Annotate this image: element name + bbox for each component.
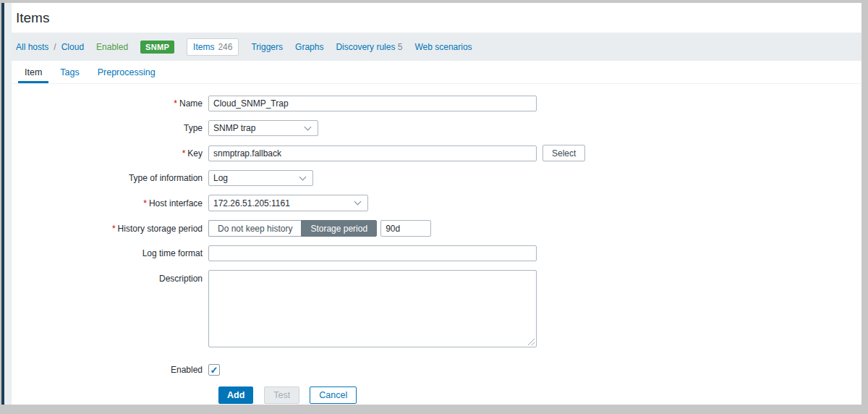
nav-items-count: 246 [218, 42, 232, 52]
history-option-storage-period[interactable]: Storage period [301, 220, 377, 237]
chevron-down-icon [299, 174, 307, 181]
history-storage-label: History storage period [118, 224, 203, 234]
nav-discovery-link[interactable]: Discovery rules 5 [336, 42, 402, 52]
form-row-host-interface: *Host interface 172.26.51.205:1161 [16, 195, 861, 211]
nav-web-scenarios-link[interactable]: Web scenarios [414, 42, 472, 52]
form-row-log-time-format: Log time format [16, 245, 861, 261]
tab-bar: Item Tags Preprocessing [12, 61, 861, 84]
chevron-down-icon [354, 198, 362, 206]
tab-item[interactable]: Item [18, 61, 48, 83]
history-period-input[interactable] [380, 220, 431, 237]
type-select[interactable]: SNMP trap [208, 120, 318, 136]
log-time-format-label: Log time format [16, 248, 208, 258]
nav-discovery-count: 5 [398, 42, 403, 52]
key-input[interactable] [208, 145, 537, 161]
required-asterisk: * [143, 198, 147, 208]
form-row-description: Description [16, 270, 861, 350]
description-label: Description [16, 270, 208, 284]
cancel-button[interactable]: Cancel [310, 386, 357, 404]
type-of-information-label: Type of information [16, 173, 208, 183]
type-of-information-select[interactable]: Log [208, 170, 313, 186]
required-asterisk: * [112, 224, 116, 234]
add-button[interactable]: Add [218, 386, 253, 404]
key-label: Key [187, 148, 203, 159]
nav-triggers-link[interactable]: Triggers [251, 42, 283, 52]
tab-tags[interactable]: Tags [54, 61, 85, 83]
nav-items-current[interactable]: Items 246 [187, 38, 239, 56]
form-row-enabled: Enabled [16, 364, 861, 376]
left-gutter [4, 3, 12, 405]
form-row-history-storage: *History storage period Do not keep hist… [16, 220, 861, 237]
log-time-format-input[interactable] [208, 245, 537, 261]
key-select-button[interactable]: Select [542, 145, 585, 161]
history-storage-segmented-control: Do not keep history Storage period [208, 220, 377, 237]
tab-preprocessing[interactable]: Preprocessing [91, 61, 162, 83]
description-textarea[interactable] [208, 270, 537, 347]
breadcrumb: All hosts / Cloud Enabled SNMP Items 246… [12, 33, 861, 61]
name-label: Name [179, 98, 203, 109]
form-row-name: *Name [16, 96, 861, 111]
item-form: *Name Type SNMP trap *Key Select Type [12, 84, 861, 404]
form-row-key: *Key Select [16, 145, 861, 161]
breadcrumb-separator: / [54, 42, 56, 52]
form-row-type-of-information: Type of information Log [16, 170, 861, 186]
snmp-availability-badge: SNMP [140, 41, 174, 54]
enabled-label: Enabled [16, 365, 208, 375]
test-button[interactable]: Test [264, 386, 299, 404]
host-interface-value: 172.26.51.205:1161 [213, 198, 290, 208]
host-status-enabled: Enabled [96, 42, 128, 52]
page-header: Items [12, 3, 861, 33]
required-asterisk: * [182, 148, 186, 159]
type-label: Type [16, 123, 208, 133]
name-input[interactable] [208, 96, 537, 111]
breadcrumb-host-link[interactable]: Cloud [61, 42, 84, 52]
host-interface-select[interactable]: 172.26.51.205:1161 [208, 195, 368, 211]
page-content: Items All hosts / Cloud Enabled SNMP Ite… [12, 3, 861, 405]
enabled-checkbox[interactable] [208, 364, 220, 376]
items-window: Items All hosts / Cloud Enabled SNMP Ite… [1, 3, 861, 405]
nav-graphs-link[interactable]: Graphs [295, 42, 323, 52]
form-actions: Add Test Cancel [218, 386, 861, 404]
chevron-down-icon [305, 124, 312, 131]
form-row-type: Type SNMP trap [16, 120, 861, 136]
type-of-information-value: Log [213, 173, 228, 183]
page-title: Items [16, 10, 49, 26]
nav-discovery-label: Discovery rules [336, 42, 395, 52]
type-select-value: SNMP trap [213, 123, 255, 133]
required-asterisk: * [174, 98, 177, 109]
nav-items-label: Items [193, 42, 214, 52]
host-interface-label: Host interface [149, 198, 203, 208]
history-option-no-history[interactable]: Do not keep history [208, 220, 301, 237]
breadcrumb-all-hosts-link[interactable]: All hosts [16, 42, 48, 52]
